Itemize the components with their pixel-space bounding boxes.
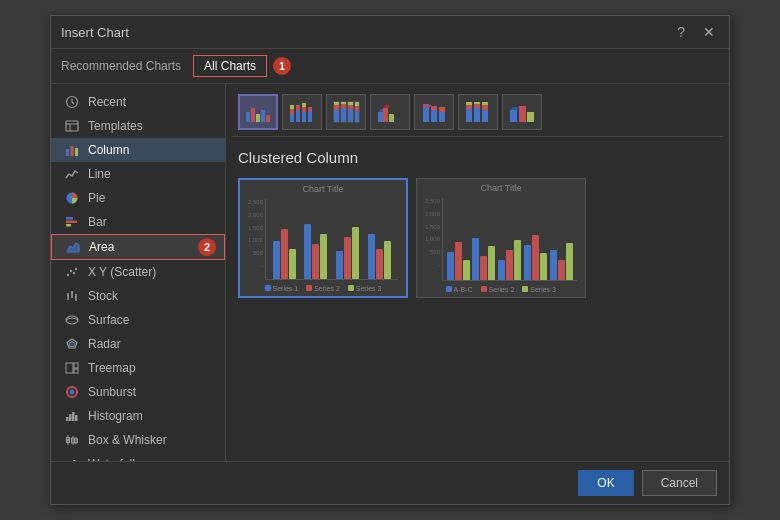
chart-preview-2[interactable]: Chart Title 2,500 2,000 1,500 1,000 500 … (416, 178, 586, 298)
sidebar-item-stock[interactable]: Stock (51, 284, 225, 308)
sidebar-item-radar[interactable]: Radar (51, 332, 225, 356)
preview-1-title: Chart Title (302, 184, 343, 194)
svg-rect-59 (302, 103, 306, 107)
preview-2-group-a (447, 242, 470, 280)
svg-rect-86 (431, 110, 437, 122)
svg-rect-8 (66, 217, 73, 220)
svg-rect-73 (348, 102, 353, 105)
sunburst-label: Sunburst (88, 385, 136, 399)
3d-stacked-icon-btn[interactable] (414, 94, 454, 130)
sidebar-item-surface[interactable]: Surface (51, 308, 225, 332)
sidebar-item-histogram[interactable]: Histogram (51, 404, 225, 428)
preview-1-group-c (336, 227, 359, 279)
preview-2-yaxis: 2,500 2,000 1,500 1,000 500 - (425, 198, 440, 268)
svg-rect-25 (74, 363, 78, 368)
svg-rect-26 (74, 369, 78, 373)
cancel-button[interactable]: Cancel (642, 470, 717, 496)
tab-bar: Recommended Charts All Charts 1 (51, 49, 729, 84)
3d-clustered-icon-btn[interactable] (370, 94, 410, 130)
sidebar-item-boxwhisker[interactable]: Box & Whisker (51, 428, 225, 452)
recommended-tab-label: Recommended Charts (61, 59, 181, 73)
svg-marker-81 (383, 105, 391, 108)
svg-point-27 (70, 390, 75, 395)
stacked-column-icon-btn[interactable] (282, 94, 322, 130)
svg-rect-64 (334, 105, 339, 110)
preview-1-legend: Series 1 Series 2 Series 3 (265, 285, 382, 292)
sidebar-item-treemap[interactable]: Treemap (51, 356, 225, 380)
svg-rect-80 (383, 108, 388, 122)
chart-previews-area: Chart Title 2,500 2,000 1,500 1,000 500 … (232, 174, 723, 455)
sidebar-item-line[interactable]: Line (51, 162, 225, 186)
100pct-column-icon-btn[interactable] (326, 94, 366, 130)
svg-rect-54 (290, 105, 294, 109)
scatter-icon (63, 265, 81, 279)
svg-rect-30 (69, 414, 72, 421)
preview-2-group-d (524, 235, 547, 280)
3d-column-icon-btn[interactable] (502, 94, 542, 130)
recent-label: Recent (88, 95, 126, 109)
svg-rect-71 (348, 109, 353, 122)
svg-rect-99 (510, 110, 517, 122)
chart-type-icon-row (232, 90, 723, 137)
pie-icon (63, 191, 81, 205)
svg-rect-78 (378, 112, 383, 122)
clustered-column-icon-btn[interactable] (238, 94, 278, 130)
svg-rect-53 (290, 109, 294, 114)
line-icon (63, 167, 81, 181)
svg-rect-10 (66, 224, 71, 227)
3d-100pct-icon-btn[interactable] (458, 94, 498, 130)
main-chart-area: Clustered Column Chart Title 2,500 2,000… (226, 84, 729, 461)
sidebar-item-bar[interactable]: Bar (51, 210, 225, 234)
svg-rect-55 (296, 110, 300, 122)
svg-rect-60 (308, 111, 312, 122)
sidebar-item-area[interactable]: Area 2 (51, 234, 225, 260)
preview-2-group-b (472, 238, 495, 280)
svg-rect-63 (334, 110, 339, 122)
sidebar-item-templates[interactable]: Templates (51, 114, 225, 138)
sidebar-item-column[interactable]: Column (51, 138, 225, 162)
ok-button[interactable]: OK (578, 470, 633, 496)
title-bar-controls: ? ✕ (673, 22, 719, 42)
close-button[interactable]: ✕ (699, 22, 719, 42)
sunburst-icon (63, 385, 81, 399)
svg-rect-48 (251, 108, 255, 122)
bar-icon (63, 215, 81, 229)
svg-rect-47 (246, 112, 250, 122)
sidebar-item-pie[interactable]: Pie (51, 186, 225, 210)
help-button[interactable]: ? (673, 22, 689, 42)
templates-label: Templates (88, 119, 143, 133)
sidebar-item-recent[interactable]: Recent (51, 90, 225, 114)
annotation-badge-1: 1 (273, 57, 291, 75)
svg-rect-29 (66, 417, 69, 421)
templates-icon (63, 119, 81, 133)
stock-label: Stock (88, 289, 118, 303)
sidebar-item-sunburst[interactable]: Sunburst (51, 380, 225, 404)
dialog-footer: OK Cancel (51, 461, 729, 504)
preview-1-group-d (368, 234, 391, 279)
all-charts-tab[interactable]: All Charts (193, 55, 267, 77)
preview-1-group-b (304, 224, 327, 279)
svg-rect-9 (66, 221, 77, 224)
svg-rect-56 (296, 105, 300, 110)
preview-1-group-a (273, 229, 296, 279)
chart-type-sidebar: Recent Templates Column (51, 84, 226, 461)
svg-rect-31 (72, 412, 75, 421)
svg-rect-32 (75, 415, 78, 421)
svg-rect-57 (302, 112, 306, 122)
radar-icon (63, 337, 81, 351)
column-icon (63, 143, 81, 157)
stock-icon (63, 289, 81, 303)
svg-rect-83 (423, 108, 429, 122)
sidebar-item-waterfall[interactable]: Waterfall (51, 452, 225, 461)
area-label: Area (89, 240, 114, 254)
svg-rect-77 (355, 102, 359, 106)
svg-marker-23 (69, 342, 75, 347)
annotation-badge-2: 2 (198, 238, 216, 256)
histogram-icon (63, 409, 81, 423)
chart-preview-1[interactable]: Chart Title 2,500 2,000 1,500 1,000 500 … (238, 178, 408, 298)
svg-rect-24 (66, 363, 73, 373)
sidebar-item-xy[interactable]: X Y (Scatter) (51, 260, 225, 284)
dialog-title: Insert Chart (61, 25, 129, 40)
svg-rect-65 (334, 102, 339, 105)
pie-label: Pie (88, 191, 105, 205)
